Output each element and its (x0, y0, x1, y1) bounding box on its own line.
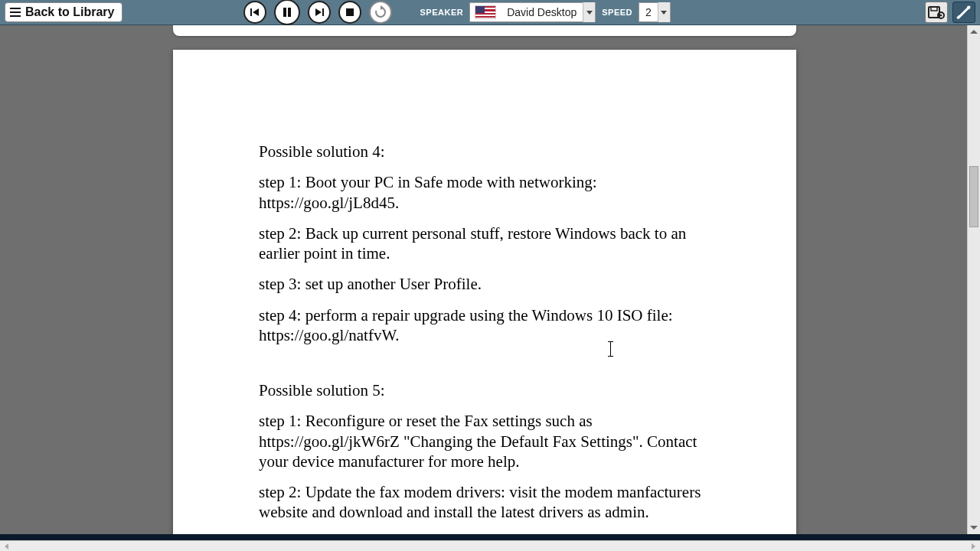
scroll-right-button[interactable] (967, 541, 980, 551)
document-viewport: Possible solution 4: step 1: Boot your P… (0, 25, 980, 534)
highlight: FYI: this might be a problem that happen… (259, 534, 695, 535)
scroll-track[interactable] (968, 38, 980, 521)
svg-point-12 (967, 6, 970, 9)
save-audio-button[interactable] (925, 2, 948, 23)
svg-marker-4 (315, 8, 322, 16)
previous-button[interactable] (243, 1, 266, 24)
paragraph: step 2: Update the fax modem drivers: vi… (259, 482, 712, 523)
paragraph: step 1: Reconfigure or reset the Fax set… (259, 411, 712, 471)
svg-rect-0 (250, 8, 252, 16)
stop-button[interactable] (338, 1, 361, 24)
speaker-label: SPEAKER (420, 8, 463, 17)
svg-rect-2 (283, 8, 286, 17)
back-to-library-button[interactable]: Back to Library (5, 2, 122, 22)
back-label: Back to Library (25, 5, 114, 19)
svg-rect-5 (322, 8, 324, 16)
speed-label: SPEED (602, 8, 632, 17)
transport-controls (243, 0, 392, 25)
vertical-scrollbar[interactable] (967, 25, 980, 534)
settings-button[interactable] (952, 2, 975, 23)
paragraph: step 4: perform a repair upgrade using t… (259, 305, 712, 346)
next-button[interactable] (308, 1, 331, 24)
scroll-up-button[interactable] (968, 25, 980, 38)
svg-marker-1 (253, 8, 259, 16)
skip-forward-icon (314, 7, 325, 18)
speed-value: 2 (639, 6, 658, 18)
svg-rect-3 (288, 8, 291, 17)
right-tools (925, 2, 975, 23)
paragraph: step 2: Back up current personal stuff, … (259, 223, 712, 264)
paragraph: Possible solution 4: (259, 142, 712, 161)
toolbar: Back to Library (0, 0, 980, 25)
speaker-select[interactable]: David Desktop (469, 2, 596, 22)
scroll-left-button[interactable] (0, 541, 13, 551)
skip-back-icon (250, 7, 260, 18)
stop-icon (345, 8, 354, 17)
tools-icon (956, 5, 972, 20)
pause-icon (282, 7, 292, 18)
us-flag-icon (475, 5, 496, 19)
speed-select[interactable]: 2 (639, 2, 671, 22)
svg-rect-6 (346, 8, 354, 16)
list-icon (10, 8, 21, 17)
loop-button[interactable] (369, 1, 392, 24)
paragraph: step 1: Boot your PC in Safe mode with n… (259, 172, 712, 213)
paragraph: step 3: set up another User Profile. (259, 274, 712, 294)
document-page[interactable]: Possible solution 4: step 1: Boot your P… (173, 50, 796, 534)
previous-page-edge (173, 25, 796, 36)
pause-button[interactable] (274, 0, 300, 25)
disk-audio-icon (928, 5, 945, 20)
chevron-down-icon[interactable] (583, 2, 595, 22)
svg-rect-9 (931, 7, 937, 11)
text-cursor-icon (610, 341, 611, 357)
scroll-thumb[interactable] (969, 166, 978, 227)
chevron-down-icon[interactable] (658, 2, 670, 22)
taskbar (0, 534, 980, 540)
horizontal-scrollbar[interactable] (0, 540, 980, 551)
svg-point-11 (940, 15, 942, 17)
paragraph: Possible solution 5: (259, 380, 712, 400)
scroll-down-button[interactable] (968, 521, 980, 534)
highlighted-paragraph: FYI: this might be a problem that happen… (259, 533, 712, 535)
speaker-value: David Desktop (501, 6, 583, 18)
loop-icon (374, 5, 387, 19)
